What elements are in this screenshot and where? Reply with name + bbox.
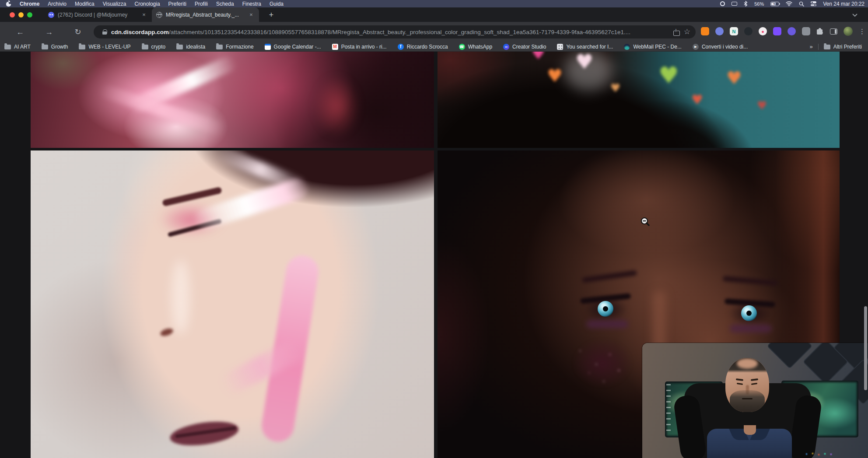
new-tab-button[interactable]: + — [266, 10, 276, 20]
record-ring-icon[interactable] — [720, 1, 725, 6]
address-bar[interactable]: cdn.discordapp.com/attachments/101351233… — [94, 25, 696, 38]
nose-highlight — [172, 260, 190, 334]
menu-visualizza[interactable]: Visualizza — [103, 1, 126, 7]
close-tab-icon[interactable]: × — [140, 11, 147, 18]
menu-guida[interactable]: Guida — [270, 1, 284, 7]
side-panel-icon[interactable] — [830, 28, 837, 35]
teal-n-extension-icon[interactable]: N — [730, 27, 738, 35]
converter-icon: ▶ — [693, 44, 699, 50]
display-icon[interactable] — [732, 2, 737, 6]
lock-icon[interactable] — [102, 29, 107, 35]
battery-charging-icon[interactable]: ⌁ — [770, 2, 779, 6]
bookmark-formazione[interactable]: Formazione — [216, 44, 253, 50]
red-figure-blur — [306, 65, 368, 148]
orange-fox-extension-icon[interactable] — [701, 27, 709, 35]
bookmark-converti-i-video-di[interactable]: ▶Converti i video di... — [693, 44, 748, 50]
bookmark-label: Posta in arrivo - ri... — [341, 44, 387, 50]
forward-button[interactable]: → — [44, 27, 54, 37]
menu-archivio[interactable]: Archivio — [48, 1, 66, 7]
presenter-shirt — [707, 429, 792, 458]
artwork-quadrant-top-right[interactable]: ♥♥♥♥♥♥♥♥ — [438, 52, 840, 148]
bookmark-label: Converti i video di... — [702, 44, 748, 50]
menu-finestra[interactable]: Finestra — [242, 1, 261, 7]
artwork-quadrant-bottom-left[interactable] — [31, 150, 434, 458]
bookmark-whatsapp[interactable]: ☎WhatsApp — [459, 44, 492, 50]
fullscreen-window-button[interactable] — [27, 12, 32, 17]
chrome-toolbar: ← → ↻ cdn.discordapp.com/attachments/101… — [0, 22, 868, 42]
folder-icon — [216, 45, 223, 49]
menu-app-name[interactable]: Chrome — [20, 1, 39, 7]
bookmark-idealista[interactable]: idealista — [176, 44, 205, 50]
other-bookmarks-label: Altri Preferiti — [833, 44, 862, 50]
bookmark-google-calendar[interactable]: Google Calendar -... — [265, 44, 321, 50]
window-controls — [10, 12, 32, 17]
blue-extension-icon[interactable] — [715, 27, 724, 35]
close-tab-icon[interactable]: × — [248, 11, 255, 18]
tab-discord[interactable]: (2762) Discord | @Midjourney × — [44, 7, 152, 22]
menu-bar-clock[interactable]: Ven 24 mar 20:22 — [823, 1, 864, 7]
control-center-icon[interactable] — [811, 1, 816, 6]
glitter-patch — [565, 332, 640, 394]
bookmark-star-icon[interactable]: ☆ — [684, 28, 690, 35]
tab-title: (2762) Discord | @Midjourney — [58, 12, 137, 18]
bookmarks-separator — [818, 44, 819, 50]
menu-scheda[interactable]: Scheda — [216, 1, 234, 7]
bookmark-ai-art[interactable]: AI ART — [4, 44, 31, 50]
menu-preferiti[interactable]: Preferiti — [168, 1, 186, 7]
artwork-quadrant-top-left[interactable] — [31, 52, 434, 148]
tab-title: MRregista_Abstract_beauty._... — [166, 12, 244, 18]
back-button[interactable]: ← — [15, 27, 25, 37]
menu-items: ArchivioModificaVisualizzaCronologiaPref… — [48, 1, 284, 7]
bookmark-label: WEB - LEVEL-UP — [88, 44, 130, 50]
webmail-icon — [624, 44, 630, 50]
reload-button[interactable]: ↻ — [73, 27, 83, 37]
black-cat-extension-icon[interactable] — [744, 27, 752, 35]
heart-bokeh: ♥ — [547, 67, 563, 84]
tab-search-chevron-icon[interactable] — [852, 11, 858, 19]
wifi-icon[interactable] — [786, 1, 792, 6]
blue-iris-left — [598, 301, 613, 317]
bookmark-web-level-up[interactable]: WEB - LEVEL-UP — [79, 44, 130, 50]
under-eye-smudge — [586, 320, 628, 328]
url-host: cdn.discordapp.com — [111, 29, 169, 35]
extensions-puzzle-icon[interactable] — [816, 28, 824, 35]
menu-modifica[interactable]: Modifica — [75, 1, 94, 7]
url-path: /attachments/1013512335442333816/1088905… — [169, 29, 630, 35]
macos-menu-bar: Chrome ArchivioModificaVisualizzaCronolo… — [0, 0, 868, 7]
heart-bokeh: ♥ — [757, 100, 767, 111]
scrollbar-thumb[interactable] — [864, 306, 867, 390]
bookmarks-overflow-chevron[interactable]: » — [809, 43, 812, 50]
bookmarks-bar: AI ARTGrowthWEB - LEVEL-UPcryptoidealist… — [0, 42, 868, 52]
grid-extension-icon[interactable] — [802, 27, 810, 35]
apple-menu-icon[interactable] — [6, 1, 11, 7]
rgb-lights — [804, 451, 835, 457]
bookmark-label: Creator Studio — [512, 44, 546, 50]
folder-icon — [824, 45, 830, 49]
chrome-menu-kebab-icon[interactable]: ⋮ — [859, 28, 865, 35]
purple-extension-icon[interactable] — [788, 27, 796, 35]
bookmark-crypto[interactable]: crypto — [142, 44, 166, 50]
bookmark-you-searched-for-i[interactable]: You searched for I... — [557, 44, 613, 50]
minimize-window-button[interactable] — [18, 12, 24, 17]
bookmark-posta-in-arrivo-ri[interactable]: MPosta in arrivo - ri... — [332, 44, 387, 50]
menu-cronologia[interactable]: Cronologia — [135, 1, 160, 7]
close-window-button[interactable] — [10, 12, 15, 17]
violet-extension-icon[interactable] — [773, 27, 781, 35]
tab-image-active[interactable]: MRregista_Abstract_beauty._... × — [152, 7, 259, 22]
spotlight-search-icon[interactable] — [799, 1, 804, 7]
bluetooth-icon[interactable] — [744, 1, 748, 7]
bookmark-growth[interactable]: Growth — [42, 44, 68, 50]
other-bookmarks-folder[interactable]: Altri Preferiti — [824, 44, 862, 50]
bookmark-riccardo-scrocca[interactable]: fRiccardo Scrocca — [398, 44, 448, 50]
bookmark-label: You searched for I... — [566, 44, 613, 50]
bookmark-webmail-pec-de[interactable]: WebMail PEC - De... — [624, 44, 681, 50]
nostril-shadow — [159, 327, 174, 338]
eyebrow — [582, 270, 637, 283]
bookmark-creator-studio[interactable]: ∞Creator Studio — [503, 44, 546, 50]
bookmark-label: Riccardo Scrocca — [407, 44, 448, 50]
pink-extension-icon[interactable]: ● — [759, 27, 767, 35]
profile-avatar[interactable] — [844, 27, 853, 36]
share-icon[interactable] — [673, 28, 679, 35]
menu-profili[interactable]: Profili — [195, 1, 208, 7]
creator-studio-icon: ∞ — [503, 44, 509, 50]
